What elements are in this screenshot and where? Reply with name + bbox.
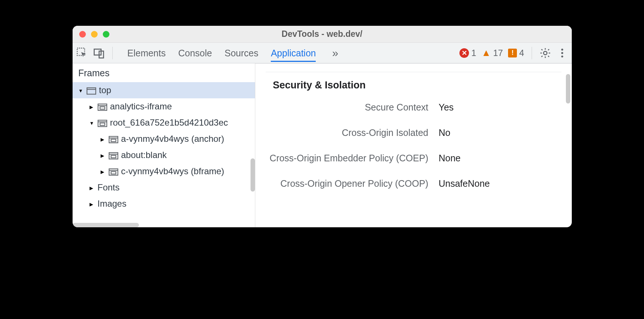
window-frame-icon [87, 87, 96, 94]
more-tabs-icon[interactable]: » [332, 47, 338, 59]
tree-item-label: top [99, 85, 111, 95]
tree-item-analytics-iframe[interactable]: analytics-iframe [73, 98, 255, 115]
iframe-icon [98, 103, 107, 110]
close-window-button[interactable] [79, 31, 86, 38]
tab-sources[interactable]: Sources [224, 44, 258, 62]
content-area: Frames top analytics-iframe [73, 63, 572, 227]
more-options-icon[interactable] [556, 47, 568, 59]
field-value: UnsafeNone [439, 178, 490, 189]
frames-tree: top analytics-iframe root_616a752e1b5d42… [73, 82, 255, 227]
frame-details-panel: Security & Isolation Secure Context Yes … [255, 63, 572, 227]
tree-item-top[interactable]: top [73, 82, 255, 98]
chevron-right-icon[interactable] [90, 103, 95, 111]
errors-counter[interactable]: ✕ 1 [459, 48, 476, 58]
warning-icon: ▲ [482, 47, 491, 59]
tree-item-label: root_616a752e1b5d4210d3ec [110, 118, 228, 128]
chevron-right-icon[interactable] [90, 184, 95, 192]
tree-item-fonts[interactable]: Fonts [73, 179, 255, 196]
svg-point-4 [561, 49, 563, 50]
kv-cross-origin-isolated: Cross-Origin Isolated No [266, 127, 561, 138]
svg-rect-1 [94, 49, 101, 55]
tree-item-label: a-vynmy4vb4wys (anchor) [121, 134, 224, 144]
svg-rect-7 [87, 88, 96, 94]
tree-item-anchor-frame[interactable]: a-vynmy4vb4wys (anchor) [73, 131, 255, 147]
chevron-down-icon[interactable] [78, 87, 84, 94]
separator [532, 47, 532, 59]
tree-item-label: about:blank [121, 150, 167, 160]
chevron-right-icon[interactable] [101, 168, 106, 175]
chevron-right-icon[interactable] [101, 135, 106, 143]
iframe-icon [98, 119, 107, 126]
chevron-down-icon[interactable] [90, 119, 95, 127]
field-value: Yes [439, 102, 454, 113]
separator [112, 47, 113, 59]
tree-item-label: Fonts [98, 182, 120, 193]
tree-item-bframe[interactable]: c-vynmy4vb4wys (bframe) [73, 163, 255, 179]
device-toolbar-icon[interactable] [93, 47, 105, 59]
window-title: DevTools - web.dev/ [73, 29, 572, 39]
iframe-icon [109, 168, 118, 175]
iframe-icon [109, 135, 118, 143]
svg-point-3 [543, 51, 547, 55]
tab-console[interactable]: Console [178, 44, 212, 62]
field-label: Cross-Origin Opener Policy (COOP) [266, 178, 439, 189]
error-icon: ✕ [459, 48, 469, 58]
kv-secure-context: Secure Context Yes [266, 102, 561, 113]
inspect-element-icon[interactable] [76, 47, 88, 59]
sidebar-heading: Frames [73, 63, 255, 82]
frames-sidebar: Frames top analytics-iframe [73, 63, 255, 227]
field-label: Cross-Origin Embedder Policy (COEP) [266, 153, 439, 164]
svg-rect-20 [111, 155, 116, 158]
svg-rect-11 [100, 107, 105, 109]
issues-counter[interactable]: ! 4 [508, 48, 524, 58]
kv-coop: Cross-Origin Opener Policy (COOP) Unsafe… [266, 178, 561, 189]
issue-icon: ! [508, 49, 517, 57]
kv-coep: Cross-Origin Embedder Policy (COEP) None [266, 153, 561, 164]
issues-count: 4 [519, 48, 524, 58]
svg-rect-14 [100, 123, 105, 126]
svg-rect-17 [111, 139, 116, 142]
devtools-toolbar: Elements Console Sources Application » ✕… [73, 43, 572, 63]
sidebar-scrollbar[interactable] [251, 158, 255, 192]
field-label: Secure Context [266, 102, 439, 113]
tree-item-label: analytics-iframe [110, 101, 172, 112]
titlebar: DevTools - web.dev/ [73, 26, 572, 43]
minimize-window-button[interactable] [91, 31, 98, 38]
tree-item-images[interactable]: Images [73, 196, 255, 212]
devtools-window: DevTools - web.dev/ Elements Console Sou… [73, 26, 572, 227]
tree-item-root-iframe[interactable]: root_616a752e1b5d4210d3ec [73, 115, 255, 131]
tree-item-label: Images [98, 199, 127, 209]
svg-point-6 [561, 55, 563, 57]
iframe-icon [109, 151, 118, 159]
main-scrollbar[interactable] [566, 74, 570, 104]
status-counters: ✕ 1 ▲ 17 ! 4 [459, 47, 524, 59]
tree-item-about-blank[interactable]: about:blank [73, 147, 255, 163]
field-label: Cross-Origin Isolated [266, 127, 439, 138]
tab-elements[interactable]: Elements [127, 44, 166, 62]
tab-application[interactable]: Application [271, 44, 316, 62]
settings-gear-icon[interactable] [539, 47, 551, 59]
warnings-counter[interactable]: ▲ 17 [482, 47, 503, 59]
window-controls [73, 31, 109, 38]
warnings-count: 17 [493, 48, 503, 58]
tree-item-label: c-vynmy4vb4wys (bframe) [121, 166, 224, 176]
zoom-window-button[interactable] [103, 31, 109, 38]
security-isolation-section: Security & Isolation Secure Context Yes … [266, 72, 561, 189]
chevron-right-icon[interactable] [101, 151, 106, 159]
field-value: No [439, 127, 451, 138]
svg-rect-23 [111, 172, 116, 174]
svg-point-5 [561, 52, 563, 54]
panel-tabs: Elements Console Sources Application » [127, 44, 339, 62]
field-value: None [439, 153, 461, 164]
errors-count: 1 [471, 48, 476, 58]
chevron-right-icon[interactable] [90, 200, 95, 208]
section-title: Security & Isolation [273, 80, 561, 91]
sidebar-h-scrollbar[interactable] [73, 223, 139, 227]
